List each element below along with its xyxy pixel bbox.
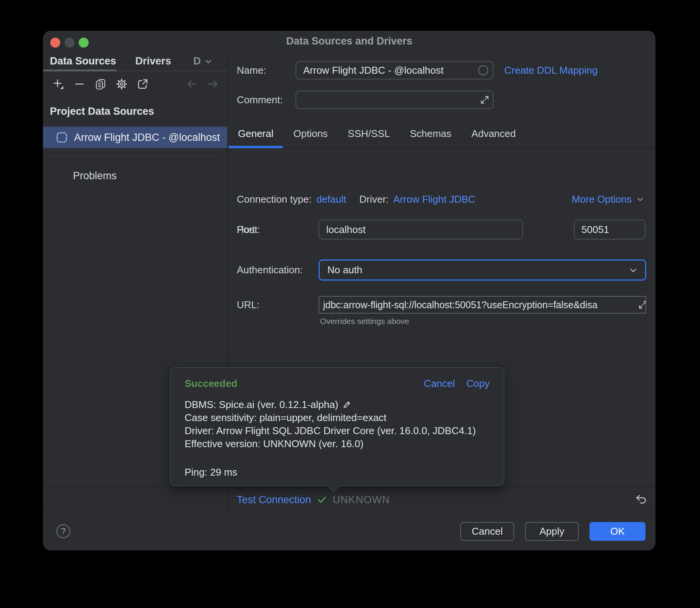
chevron-down-icon xyxy=(636,195,645,204)
tab-advanced[interactable]: Advanced xyxy=(471,127,516,140)
url-value: jdbc:arrow-flight-sql://localhost:50051?… xyxy=(323,299,598,311)
authentication-value: No auth xyxy=(327,264,362,276)
connection-type-row: Connection type: default Driver: Arrow F… xyxy=(228,193,655,205)
create-ddl-mapping-link[interactable]: Create DDL Mapping xyxy=(504,64,598,76)
driver-line: Driver: Arrow Flight SQL JDBC Driver Cor… xyxy=(185,424,490,437)
authentication-select[interactable]: No auth xyxy=(319,259,646,281)
project-data-sources-header: Project Data Sources xyxy=(50,106,154,117)
more-options-label: More Options xyxy=(572,193,632,205)
connection-type-label: Connection type: xyxy=(237,193,312,205)
tab-data-sources[interactable]: Data Sources xyxy=(50,55,116,67)
settings-gear-icon[interactable] xyxy=(116,78,128,90)
effective-version-line: Effective version: UNKNOWN (ver. 16.0) xyxy=(185,437,490,450)
test-connection-popup: Succeeded Cancel Copy DBMS: Spice.ai (ve… xyxy=(170,367,504,486)
driver-value-link[interactable]: Arrow Flight JDBC xyxy=(393,193,475,205)
datasource-item-label: Arrow Flight JDBC - @localhost xyxy=(74,132,220,144)
back-arrow-icon[interactable] xyxy=(186,78,198,90)
apply-button[interactable]: Apply xyxy=(525,522,579,541)
undo-icon[interactable] xyxy=(635,493,648,506)
active-tab-underline xyxy=(43,69,117,71)
connection-type-value-link[interactable]: default xyxy=(316,193,346,205)
name-input[interactable]: Arrow Flight JDBC - @localhost xyxy=(296,61,494,79)
comment-input[interactable] xyxy=(296,91,494,109)
tab-overflow[interactable]: D xyxy=(193,55,213,67)
comment-row: Comment: xyxy=(228,91,655,109)
ok-button[interactable]: OK xyxy=(589,522,646,541)
case-sensitivity-line: Case sensitivity: plain=upper, delimited… xyxy=(185,411,490,424)
tab-schemas[interactable]: Schemas xyxy=(410,127,451,140)
sidebar-divider xyxy=(49,156,221,156)
driver-label: Driver: xyxy=(359,193,389,205)
port-label: Port: xyxy=(237,224,258,236)
test-result-text: UNKNOWN xyxy=(333,494,390,506)
titlebar: Data Sources and Drivers xyxy=(43,31,655,52)
expand-icon[interactable] xyxy=(480,95,490,105)
popup-copy-link[interactable]: Copy xyxy=(466,378,490,390)
add-icon[interactable] xyxy=(52,78,64,90)
sidebar-toolbar xyxy=(43,76,227,93)
name-row: Name: Arrow Flight JDBC - @localhost Cre… xyxy=(228,61,655,79)
status-succeeded: Succeeded xyxy=(185,378,237,390)
test-connection-row: Test Connection UNKNOWN xyxy=(43,487,655,512)
authentication-row: Authentication: No auth xyxy=(228,259,655,281)
dialog-footer: ? Cancel Apply OK xyxy=(43,512,655,550)
dbms-line: DBMS: Spice.ai (ver. 0.12.1-alpha) xyxy=(185,398,338,411)
help-glyph: ? xyxy=(61,526,66,536)
port-value: 50051 xyxy=(581,224,609,236)
data-sources-dialog: Data Sources and Drivers Data Sources Dr… xyxy=(43,31,655,550)
popup-cancel-link[interactable]: Cancel xyxy=(424,378,455,390)
tab-drivers[interactable]: Drivers xyxy=(135,55,171,67)
host-row: Host: localhost Port: 50051 xyxy=(228,220,655,240)
check-icon xyxy=(317,494,327,505)
problems-item[interactable]: Problems xyxy=(73,170,117,182)
open-in-new-icon[interactable] xyxy=(137,78,149,90)
test-connection-link[interactable]: Test Connection xyxy=(237,494,311,506)
remove-icon[interactable] xyxy=(73,78,86,90)
window-title: Data Sources and Drivers xyxy=(43,35,655,47)
edit-pencil-icon[interactable] xyxy=(342,400,352,410)
url-hint: Overrides settings above xyxy=(320,317,409,326)
comment-label: Comment: xyxy=(237,94,283,106)
more-options-link[interactable]: More Options xyxy=(572,193,645,205)
host-input[interactable]: localhost xyxy=(319,220,523,240)
tab-ssh-ssl[interactable]: SSH/SSL xyxy=(348,127,390,140)
expand-icon[interactable] xyxy=(638,300,646,310)
chevron-down-icon xyxy=(628,265,638,275)
tab-options[interactable]: Options xyxy=(294,127,328,140)
datasource-tree-item[interactable]: Arrow Flight JDBC - @localhost xyxy=(43,127,227,148)
ping-line: Ping: 29 ms xyxy=(185,466,490,479)
loading-circle-icon xyxy=(478,65,488,75)
cancel-button[interactable]: Cancel xyxy=(460,522,514,541)
url-label: URL: xyxy=(237,299,259,311)
tab-general[interactable]: General xyxy=(238,127,274,140)
tab-truncated-label: D xyxy=(193,55,201,67)
datasource-dashed-icon xyxy=(56,131,68,144)
settings-tab-strip: General Options SSH/SSL Schemas Advanced xyxy=(228,127,655,148)
sidebar-tab-strip: Data Sources Drivers D xyxy=(43,52,227,71)
help-icon[interactable]: ? xyxy=(56,524,70,538)
name-value: Arrow Flight JDBC - @localhost xyxy=(303,64,444,76)
name-label: Name: xyxy=(237,64,266,76)
active-tab-underline xyxy=(228,146,283,148)
host-value: localhost xyxy=(326,224,366,236)
duplicate-icon[interactable] xyxy=(94,78,107,90)
url-row: URL: jdbc:arrow-flight-sql://localhost:5… xyxy=(228,296,655,314)
forward-arrow-icon[interactable] xyxy=(207,78,219,90)
chevron-down-icon xyxy=(204,57,213,66)
url-input[interactable]: jdbc:arrow-flight-sql://localhost:50051?… xyxy=(319,296,646,314)
port-input[interactable]: 50051 xyxy=(574,220,646,240)
authentication-label: Authentication: xyxy=(237,264,303,276)
